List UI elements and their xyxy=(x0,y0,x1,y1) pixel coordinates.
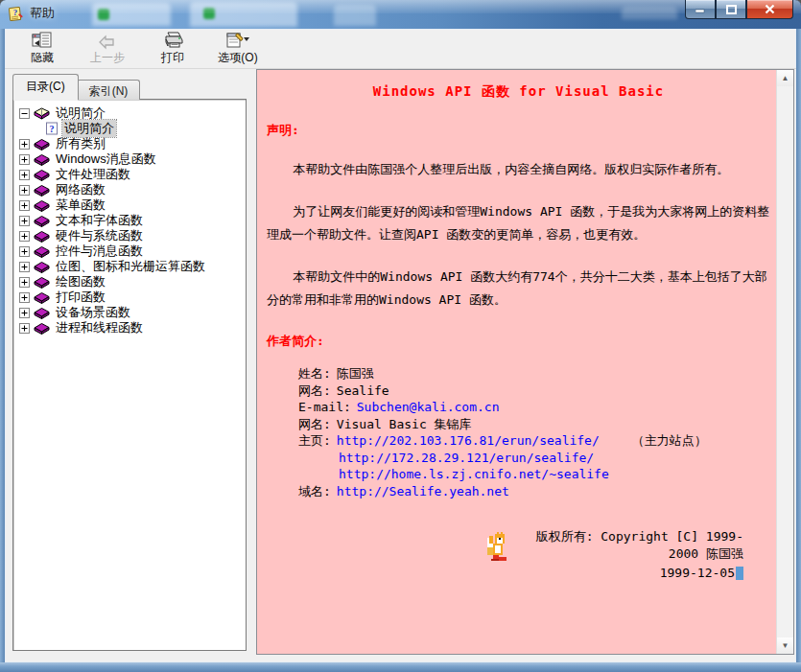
domain-link[interactable]: http://Sealife.yeah.net xyxy=(337,484,509,498)
paragraph: 本帮助文件中的Windows API 函数大约有774个，共分十二大类，基本上包… xyxy=(267,266,770,312)
copyright-text: 版权所有: Copyright [C] 1999-2000 陈国强 xyxy=(510,528,770,563)
pane-splitter[interactable] xyxy=(247,69,256,662)
closed-book-icon xyxy=(34,275,50,289)
expand-icon[interactable] xyxy=(19,262,30,272)
maximize-icon xyxy=(726,5,737,14)
statement-heading: 声明: xyxy=(267,122,770,139)
titlebar[interactable]: ? 帮助 xyxy=(0,0,801,29)
author-netname-line: 网名:Sealife xyxy=(267,382,770,400)
author-email-line: E-mail:Subchen@kali.com.cn xyxy=(267,399,770,416)
text-cursor xyxy=(736,567,743,580)
vertical-scrollbar[interactable]: ▲ ▼ xyxy=(776,70,793,654)
minimize-icon xyxy=(695,5,705,13)
background-favicon-blur xyxy=(203,8,215,19)
tree-item[interactable]: 设备场景函数 xyxy=(19,305,244,320)
window-title: 帮助 xyxy=(30,5,55,22)
closed-book-icon xyxy=(34,244,50,258)
expand-icon[interactable] xyxy=(19,200,30,211)
author-name-line: 姓名:陈国强 xyxy=(267,365,770,382)
help-window: ? 帮助 xyxy=(0,0,801,672)
tab-index[interactable]: 索引(N) xyxy=(77,80,141,100)
background-favicon-blur xyxy=(98,9,109,20)
expand-icon[interactable] xyxy=(19,277,30,288)
expand-icon[interactable] xyxy=(19,216,30,226)
tree-item[interactable]: 文件处理函数 xyxy=(19,167,244,182)
tree-item[interactable]: 绘图函数 xyxy=(19,274,244,290)
collapse-icon[interactable] xyxy=(19,108,30,119)
homepage-link[interactable]: http://202.103.176.81/erun/sealife/ xyxy=(337,433,600,448)
hide-button-label: 隐藏 xyxy=(31,50,54,66)
tree-item[interactable]: 位图、图标和光栅运算函数 xyxy=(19,259,244,274)
maximize-button[interactable] xyxy=(716,0,746,19)
expand-icon[interactable] xyxy=(19,154,30,165)
hide-button[interactable]: 隐藏 xyxy=(16,30,68,68)
navigation-pane: 目录(C) 索引(N) 说明简介 说明简介 xyxy=(5,69,247,662)
tree-item[interactable]: 所有类别 xyxy=(19,136,244,151)
topic-title: Windows API 函数 for Visual Basic xyxy=(267,83,770,101)
scroll-up-icon[interactable]: ▲ xyxy=(777,70,793,86)
background-text-blur xyxy=(622,7,677,19)
svg-text:?: ? xyxy=(13,8,18,17)
tree-item[interactable]: 打印函数 xyxy=(19,290,244,305)
nav-tabs: 目录(C) 索引(N) xyxy=(12,77,247,100)
back-button[interactable]: 上一步 xyxy=(82,30,133,68)
options-icon xyxy=(225,31,250,50)
mirror-link-line: http://172.28.29.121/erun/sealife/ xyxy=(267,450,770,467)
tree-item[interactable]: 网络函数 xyxy=(19,182,244,197)
expand-icon[interactable] xyxy=(19,231,30,242)
expand-icon[interactable] xyxy=(19,246,30,257)
mirror-link[interactable]: http://172.28.29.121/erun/sealife/ xyxy=(339,451,594,465)
expand-icon[interactable] xyxy=(19,292,30,303)
back-icon xyxy=(98,31,117,50)
domain-line: 域名:http://Sealife.yeah.net xyxy=(267,483,770,500)
contents-tree[interactable]: 说明简介 说明简介 所有类别 Windows消息函数 xyxy=(12,99,247,651)
date-line: 1999-12-05 xyxy=(267,563,770,584)
topic-pane: Windows API 函数 for Visual Basic 声明: 本帮助文… xyxy=(256,69,794,655)
closed-book-icon xyxy=(34,137,50,151)
homepage-note: （主力站点） xyxy=(632,433,707,448)
mirror-link[interactable]: http://home.ls.zj.cnifo.net/~sealife xyxy=(339,467,609,481)
back-button-label: 上一步 xyxy=(90,50,125,66)
scroll-down-icon[interactable]: ▼ xyxy=(777,637,793,654)
tab-contents[interactable]: 目录(C) xyxy=(12,74,79,100)
closed-book-icon xyxy=(34,198,50,212)
closed-book-icon xyxy=(34,306,50,319)
options-button-label: 选项(O) xyxy=(218,50,257,66)
expand-icon[interactable] xyxy=(19,170,30,180)
hide-icon xyxy=(32,31,53,50)
email-link[interactable]: Subchen@kali.com.cn xyxy=(357,400,500,414)
tree-item[interactable]: 菜单函数 xyxy=(19,197,244,213)
closed-book-icon xyxy=(34,168,50,181)
author-site-name-line: 网名:Visual Basic 集锦库 xyxy=(267,416,770,433)
closed-book-icon xyxy=(34,321,50,335)
closed-book-icon xyxy=(34,152,50,166)
minimize-button[interactable] xyxy=(685,0,716,19)
expand-icon[interactable] xyxy=(19,308,30,318)
tree-item[interactable]: 控件与消息函数 xyxy=(19,243,244,259)
close-button[interactable] xyxy=(746,0,793,19)
window-border-bottom xyxy=(0,662,801,672)
help-topic-icon xyxy=(45,122,59,135)
print-icon xyxy=(162,31,183,50)
print-button-label: 打印 xyxy=(161,50,184,66)
closed-book-icon xyxy=(34,229,50,243)
expand-icon[interactable] xyxy=(19,139,30,150)
expand-icon[interactable] xyxy=(19,323,30,334)
tree-item[interactable]: 硬件与系统函数 xyxy=(19,228,244,243)
mirror-link-line: http://home.ls.zj.cnifo.net/~sealife xyxy=(267,466,770,483)
tree-item[interactable]: 说明简介 xyxy=(19,105,244,121)
tree-item-selected[interactable]: 说明简介 xyxy=(45,121,244,136)
expand-icon[interactable] xyxy=(19,185,30,196)
paragraph: 本帮助文件由陈国强个人整理后出版，内容全摘自网络。版权归实际作者所有。 xyxy=(267,158,770,181)
tree-item[interactable]: Windows消息函数 xyxy=(19,151,244,167)
tree-item[interactable]: 进程和线程函数 xyxy=(19,320,244,336)
background-newtab-blur xyxy=(334,5,376,26)
closed-book-icon xyxy=(34,183,50,197)
author-homepage-line: 主页:http://202.103.176.81/erun/sealife/（主… xyxy=(267,432,770,450)
closed-book-icon xyxy=(34,214,50,227)
tree-item[interactable]: 文本和字体函数 xyxy=(19,213,244,228)
help-app-icon: ? xyxy=(8,6,24,22)
options-button[interactable]: 选项(O) xyxy=(212,30,264,68)
print-button[interactable]: 打印 xyxy=(147,30,199,68)
window-border-right xyxy=(796,29,801,672)
